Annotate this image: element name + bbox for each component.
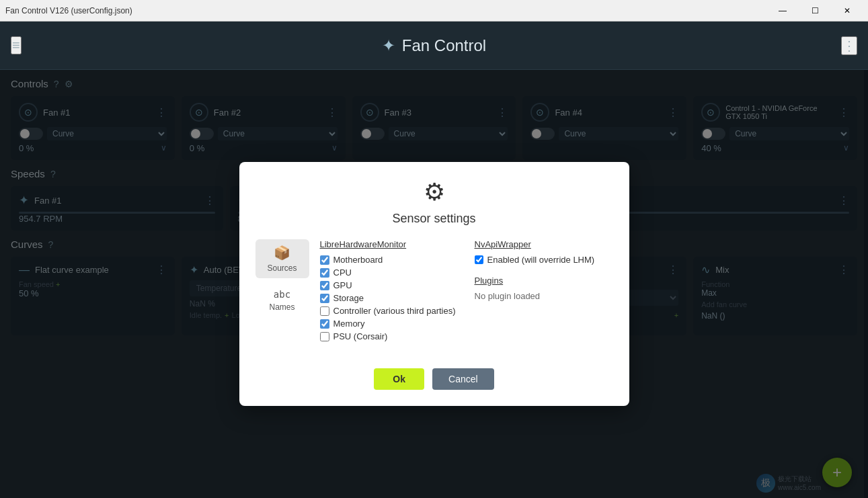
dialog-overlay: ⚙ Sensor settings 📦 Sources abc Names [0,70,868,498]
nvapi-title: NvApiWrapper [475,239,613,249]
lhm-memory-label: Memory [333,319,365,329]
nvapi-enabled-checkbox[interactable] [475,255,483,264]
dialog-sidebar-names[interactable]: abc Names [255,284,309,317]
lhm-cpu-label: CPU [333,267,352,278]
lhm-psu-row: PSU (Corsair) [320,331,459,341]
dialog-main-content: LibreHardwareMonitor Motherboard CPU [320,239,613,352]
lhm-gpu-label: GPU [333,280,352,290]
sources-sidebar-label: Sources [267,263,297,273]
lhm-motherboard-row: Motherboard [320,255,459,265]
nvapi-enabled-label: Enabled (will override LHM) [487,255,595,265]
main-content: Controls ? ⚙ ⊙ Fan #1 ⋮ Curve 0 % ∨ ⊙ Fa… [0,70,868,498]
app-header: ≡ ✦ Fan Control ⋮ [0,22,868,70]
lhm-motherboard-label: Motherboard [333,255,383,265]
title-bar: Fan Control V126 (userConfig.json) — ☐ ✕ [0,0,868,22]
header-more-button[interactable]: ⋮ [841,36,857,55]
lhm-storage-row: Storage [320,293,459,303]
plugins-title: Plugins [475,276,613,286]
names-sidebar-label: Names [269,302,294,312]
sources-sidebar-icon: 📦 [274,245,290,261]
lhm-memory-checkbox[interactable] [320,319,329,329]
lhm-storage-label: Storage [333,293,364,303]
close-button[interactable]: ✕ [832,0,863,22]
lhm-gpu-row: GPU [320,280,459,290]
lhm-psu-checkbox[interactable] [320,332,329,341]
dialog-right-col: NvApiWrapper Enabled (will override LHM)… [475,239,613,352]
nvapi-section: NvApiWrapper Enabled (will override LHM) [475,239,613,265]
app-title: Fan Control [402,36,486,55]
lhm-storage-checkbox[interactable] [320,294,329,303]
plugins-section: Plugins No plugin loaded [475,276,613,301]
nvapi-enabled-row: Enabled (will override LHM) [475,255,613,265]
title-bar-controls: — ☐ ✕ [767,0,863,22]
lhm-controller-row: Controller (various third parties) [320,306,459,316]
ok-button[interactable]: Ok [374,368,424,390]
lhm-cpu-checkbox[interactable] [320,268,329,278]
lhm-memory-row: Memory [320,319,459,329]
dialog-sidebar-sources[interactable]: 📦 Sources [255,239,309,278]
dialog-columns: LibreHardwareMonitor Motherboard CPU [320,239,613,352]
names-sidebar-icon: abc [274,289,290,300]
header-title-area: ✦ Fan Control [382,36,486,55]
menu-button[interactable]: ≡ [11,36,22,54]
fan-icon: ✦ [382,36,395,55]
lhm-cpu-row: CPU [320,267,459,278]
dialog-gear-icon: ⚙ [255,178,613,206]
sensor-settings-dialog: ⚙ Sensor settings 📦 Sources abc Names [239,162,629,406]
dialog-body: 📦 Sources abc Names LibreHardwareM [255,239,613,352]
dialog-left-col: LibreHardwareMonitor Motherboard CPU [320,239,459,352]
dialog-sidebar: 📦 Sources abc Names [255,239,309,352]
title-bar-title: Fan Control V126 (userConfig.json) [5,6,767,15]
lhm-motherboard-checkbox[interactable] [320,255,329,265]
lhm-psu-label: PSU (Corsair) [333,331,388,341]
cancel-button[interactable]: Cancel [432,368,494,390]
lhm-controller-label: Controller (various third parties) [333,306,456,316]
dialog-title: Sensor settings [255,212,613,226]
no-plugin-text: No plugin loaded [475,291,613,301]
minimize-button[interactable]: — [767,0,798,22]
lhm-title: LibreHardwareMonitor [320,239,459,249]
maximize-button[interactable]: ☐ [799,0,830,22]
lhm-section: LibreHardwareMonitor Motherboard CPU [320,239,459,341]
dialog-buttons: Ok Cancel [255,368,613,390]
lhm-gpu-checkbox[interactable] [320,281,329,290]
lhm-controller-checkbox[interactable] [320,306,329,316]
